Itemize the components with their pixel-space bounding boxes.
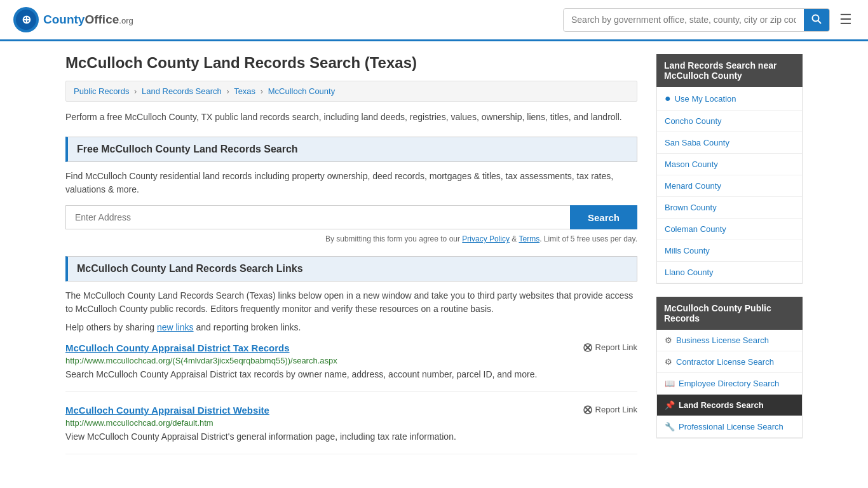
public-records-link-3[interactable]: Land Records Search [679,400,764,410]
free-search-desc: Find McCulloch County residential land r… [65,170,637,196]
nearby-county-item[interactable]: Mills County [657,240,802,262]
nearby-county-link-7[interactable]: Llano County [665,268,714,277]
links-section-desc: The McCulloch County Land Records Search… [65,289,637,316]
link-item-header: McCulloch County Appraisal District Tax … [65,342,637,353]
terms-link[interactable]: Terms [519,234,539,243]
header-search-bar [563,8,830,32]
use-my-location-link[interactable]: Use My Location [675,94,736,104]
nearby-county-link-2[interactable]: Mason County [665,159,718,169]
link-url-0[interactable]: http://www.mccullochcad.org/(S(4mlvdar3j… [65,356,637,365]
page-container: McCulloch County Land Records Search (Te… [53,41,815,480]
nearby-county-item[interactable]: Llano County [657,262,802,283]
report-icon [583,405,592,414]
public-records-item[interactable]: ⚙Business License Search [657,330,802,351]
public-records-item[interactable]: 📌Land Records Search [657,395,802,416]
free-search-section: Free McCulloch County Land Records Searc… [65,137,637,243]
public-records-link-2[interactable]: Employee Directory Search [679,379,779,388]
report-link-0[interactable]: Report Link [583,342,637,352]
public-records-link-4[interactable]: Professional License Search [679,422,783,431]
nearby-section-header: Land Records Search near McCulloch Count… [656,54,803,87]
use-my-location[interactable]: ● Use My Location [657,87,802,111]
public-records-items: ⚙Business License Search⚙Contractor Lice… [657,330,802,438]
logo-icon: ⊕ [13,6,39,33]
nearby-county-link-0[interactable]: Concho County [665,116,722,126]
report-icon [583,343,592,352]
breadcrumb-mcculloch-county[interactable]: McCulloch County [268,86,336,96]
nearby-county-item[interactable]: Menard County [657,175,802,197]
link-item-title-1[interactable]: McCulloch County Appraisal District Webs… [65,405,269,416]
public-records-item[interactable]: 🔧Professional License Search [657,416,802,438]
links-container: McCulloch County Appraisal District Tax … [65,342,637,454]
public-records-list: ⚙Business License Search⚙Contractor Lice… [656,330,803,438]
sidebar-item-icon-4: 🔧 [665,422,675,431]
logo-text: CountyOffice.org [43,13,133,27]
nearby-county-item[interactable]: Coleman County [657,219,802,240]
breadcrumb: Public Records › Land Records Search › T… [65,81,637,102]
public-records-header: McCulloch County Public Records [656,297,803,330]
sidebar-item-icon-3: 📌 [665,400,675,410]
sidebar: Land Records Search near McCulloch Count… [656,54,803,467]
links-section-header: McCulloch County Land Records Search Lin… [65,256,637,281]
link-item-header: McCulloch County Appraisal District Webs… [65,405,637,416]
hamburger-menu-icon[interactable]: ☰ [836,8,855,31]
links-section: McCulloch County Land Records Search Lin… [65,256,637,454]
breadcrumb-public-records[interactable]: Public Records [74,86,129,96]
header-search-area: ☰ [563,8,855,32]
nearby-counties-list: Concho CountySan Saba CountyMason County… [657,111,802,283]
header-search-icon [811,14,822,24]
nearby-county-link-1[interactable]: San Saba County [665,138,729,147]
link-item-title-0[interactable]: McCulloch County Appraisal District Tax … [65,342,290,353]
link-item: McCulloch County Appraisal District Tax … [65,342,637,392]
nearby-county-item[interactable]: Concho County [657,111,802,132]
report-link-1[interactable]: Report Link [583,405,637,414]
nearby-county-item[interactable]: San Saba County [657,132,802,154]
nearby-county-list: ● Use My Location Concho CountySan Saba … [656,87,803,284]
address-search-button[interactable]: Search [570,205,637,229]
nearby-county-link-4[interactable]: Brown County [665,203,717,212]
free-search-header: Free McCulloch County Land Records Searc… [65,137,637,162]
page-description: Perform a free McCulloch County, TX publ… [65,111,637,124]
link-desc-0: Search McCulloch County Appraisal Distri… [65,368,637,381]
new-links-link[interactable]: new links [157,322,194,332]
address-search-row: Search [65,205,637,229]
breadcrumb-texas[interactable]: Texas [234,86,255,96]
location-dot-icon: ● [665,93,671,104]
nearby-section: Land Records Search near McCulloch Count… [656,54,803,284]
privacy-policy-link[interactable]: Privacy Policy [462,234,510,243]
nearby-county-link-6[interactable]: Mills County [665,246,710,255]
nearby-county-link-3[interactable]: Menard County [665,181,721,191]
site-header: ⊕ CountyOffice.org ☰ [0,0,868,41]
share-line: Help others by sharing new links and rep… [65,322,637,332]
link-item: McCulloch County Appraisal District Webs… [65,405,637,454]
sidebar-item-icon-1: ⚙ [665,357,672,367]
svg-line-4 [818,20,822,24]
svg-point-3 [813,15,819,21]
public-records-section: McCulloch County Public Records ⚙Busines… [656,297,803,438]
link-url-1[interactable]: http://www.mccullochcad.org/default.htm [65,418,637,428]
nearby-county-item[interactable]: Mason County [657,154,802,175]
header-search-input[interactable] [564,10,804,30]
main-content: McCulloch County Land Records Search (Te… [65,54,637,467]
form-note: By submitting this form you agree to our… [65,234,637,243]
breadcrumb-land-records-search[interactable]: Land Records Search [142,86,222,96]
public-records-item[interactable]: ⚙Contractor License Search [657,351,802,373]
address-input[interactable] [65,205,570,229]
link-desc-1: View McCulloch County Appraisal District… [65,430,637,444]
public-records-link-0[interactable]: Business License Search [676,336,769,345]
sidebar-item-icon-2: 📖 [665,379,675,388]
sidebar-item-icon-0: ⚙ [665,336,672,345]
nearby-county-item[interactable]: Brown County [657,197,802,219]
page-title: McCulloch County Land Records Search (Te… [65,54,637,72]
logo[interactable]: ⊕ CountyOffice.org [13,6,133,33]
public-records-link-1[interactable]: Contractor License Search [676,357,774,367]
public-records-item[interactable]: 📖Employee Directory Search [657,373,802,395]
header-search-button[interactable] [804,9,829,31]
nearby-county-link-5[interactable]: Coleman County [665,224,726,234]
svg-text:⊕: ⊕ [22,13,31,26]
